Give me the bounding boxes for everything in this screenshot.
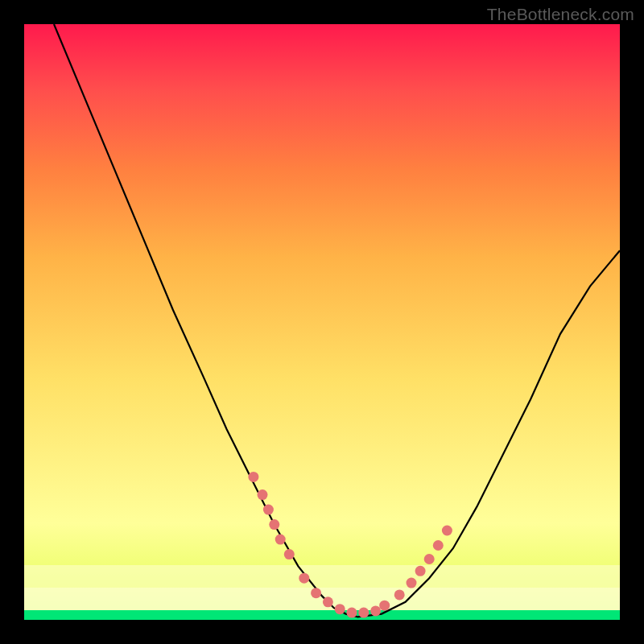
curve-marker (258, 489, 268, 500)
curve-marker (269, 519, 279, 530)
curve-marker (370, 605, 381, 616)
curve-marker (263, 505, 274, 515)
curve-markers (248, 472, 452, 618)
curve-marker (275, 535, 286, 545)
plot-area (24, 24, 620, 620)
curve-marker (248, 472, 258, 482)
curve-marker (347, 608, 357, 618)
curve-marker (311, 588, 321, 598)
curve-marker (379, 601, 390, 611)
watermark-text: TheBottleneck.com (487, 5, 634, 24)
curve-marker (284, 549, 295, 559)
curve-marker (433, 540, 444, 551)
chart-frame: TheBottleneck.com (0, 0, 644, 644)
curve-marker (394, 589, 405, 600)
curve-marker (415, 566, 426, 576)
curve-marker (299, 573, 309, 584)
curve-marker (424, 554, 435, 564)
curve-layer (24, 24, 620, 620)
bottleneck-curve (54, 24, 620, 617)
curve-marker (407, 578, 417, 588)
curve-marker (335, 604, 345, 614)
curve-marker (442, 526, 452, 536)
curve-marker (323, 597, 333, 607)
curve-marker (358, 608, 369, 618)
